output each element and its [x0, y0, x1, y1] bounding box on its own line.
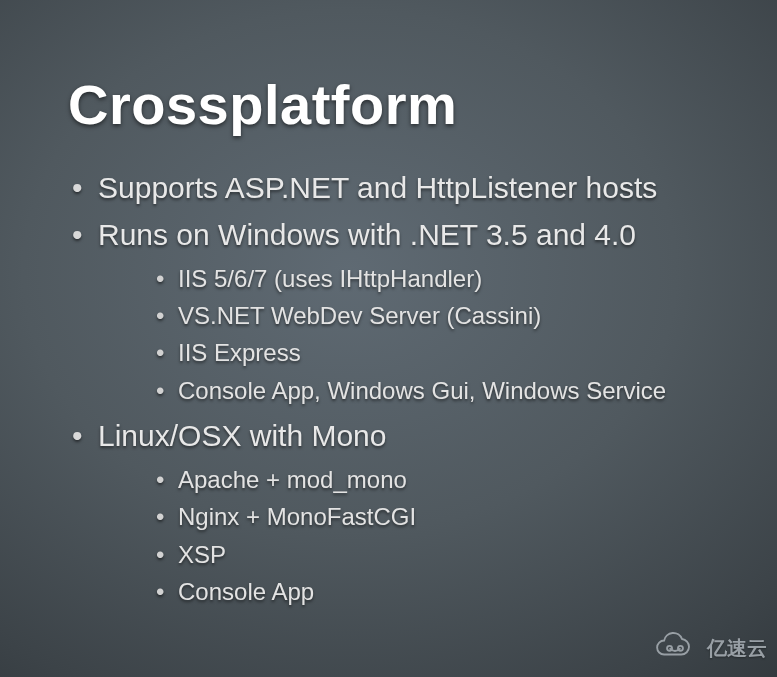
sub-bullet-text: Nginx + MonoFastCGI [178, 503, 416, 530]
slide: Crossplatform Supports ASP.NET and HttpL… [0, 0, 777, 677]
slide-title: Crossplatform [68, 72, 727, 137]
bullet-item: Runs on Windows with .NET 3.5 and 4.0 II… [68, 212, 727, 413]
sub-bullet-item: IIS 5/6/7 (uses IHttpHandler) [156, 260, 727, 297]
sub-bullet-text: IIS Express [178, 339, 301, 366]
bullet-item: Supports ASP.NET and HttpListener hosts [68, 165, 727, 212]
sub-bullet-list: Apache + mod_mono Nginx + MonoFastCGI XS… [98, 459, 727, 614]
bullet-text: Supports ASP.NET and HttpListener hosts [98, 171, 657, 204]
sub-bullet-text: VS.NET WebDev Server (Cassini) [178, 302, 541, 329]
watermark-text: 亿速云 [707, 635, 767, 662]
sub-bullet-item: VS.NET WebDev Server (Cassini) [156, 297, 727, 334]
sub-bullet-item: Console App [156, 573, 727, 610]
sub-bullet-text: IIS 5/6/7 (uses IHttpHandler) [178, 265, 482, 292]
sub-bullet-text: Apache + mod_mono [178, 466, 407, 493]
cloud-icon [649, 632, 701, 665]
sub-bullet-item: Apache + mod_mono [156, 461, 727, 498]
sub-bullet-list: IIS 5/6/7 (uses IHttpHandler) VS.NET Web… [98, 258, 727, 413]
bullet-text: Linux/OSX with Mono [98, 419, 386, 452]
sub-bullet-text: XSP [178, 541, 226, 568]
bullet-text: Runs on Windows with .NET 3.5 and 4.0 [98, 218, 636, 251]
bullet-item: Linux/OSX with Mono Apache + mod_mono Ng… [68, 413, 727, 614]
watermark: 亿速云 [649, 632, 767, 665]
sub-bullet-item: Console App, Windows Gui, Windows Servic… [156, 372, 727, 409]
sub-bullet-item: IIS Express [156, 334, 727, 371]
sub-bullet-text: Console App [178, 578, 314, 605]
sub-bullet-text: Console App, Windows Gui, Windows Servic… [178, 377, 666, 404]
sub-bullet-item: Nginx + MonoFastCGI [156, 498, 727, 535]
sub-bullet-item: XSP [156, 536, 727, 573]
bullet-list: Supports ASP.NET and HttpListener hosts … [68, 165, 727, 614]
